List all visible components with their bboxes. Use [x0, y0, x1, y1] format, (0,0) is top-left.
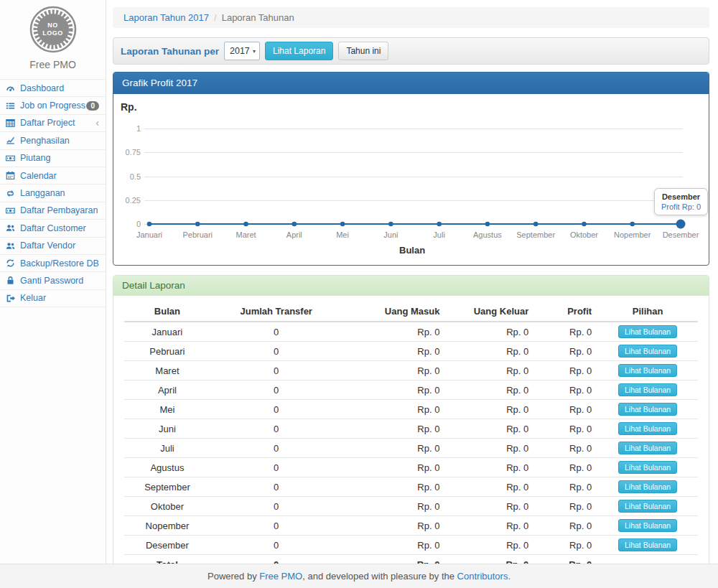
- table-row: April0Rp. 0Rp. 0Rp. 0Lihat Bulanan: [124, 381, 698, 400]
- cell: Rp. 0: [534, 497, 597, 516]
- sidebar-item-label: Langganan: [20, 188, 65, 198]
- sign-out-icon: [6, 294, 17, 303]
- logo-text: NO LOGO: [29, 6, 77, 53]
- view-monthly-button[interactable]: Lihat Bulanan: [618, 519, 677, 532]
- detail-panel-body: BulanJumlah TransferUang MasukUang Kelua…: [113, 296, 709, 583]
- cell: April: [124, 381, 210, 400]
- this-year-button[interactable]: Tahun ini: [338, 42, 388, 60]
- sidebar-item-daftar-pembayaran[interactable]: Daftar Pembayaran: [0, 202, 106, 220]
- sidebar-item-penghasilan[interactable]: Penghasilan: [0, 132, 106, 149]
- breadcrumb-link[interactable]: Laporan Tahun 2017: [123, 12, 209, 23]
- col-header-uang-masuk: Uang Masuk: [342, 302, 446, 322]
- cell: Agustus: [124, 458, 210, 477]
- cell: 0: [210, 419, 342, 439]
- cell: Rp. 0: [534, 400, 597, 419]
- data-point-januari[interactable]: [147, 222, 152, 227]
- data-point-oktober[interactable]: [582, 222, 587, 227]
- cell: 0: [210, 381, 342, 400]
- report-table: BulanJumlah TransferUang MasukUang Kelua…: [124, 302, 698, 573]
- view-monthly-button[interactable]: Lihat Bulanan: [618, 403, 677, 416]
- cell: Rp. 0: [342, 458, 446, 477]
- col-header-uang-keluar: Uang Keluar: [445, 302, 534, 322]
- view-monthly-button[interactable]: Lihat Bulanan: [618, 325, 677, 338]
- sidebar-item-job-on-progress[interactable]: Job on Progress0: [0, 97, 106, 114]
- cell: Rp. 0: [342, 477, 446, 497]
- cell-action: Lihat Bulanan: [597, 458, 698, 477]
- data-point-pebruari[interactable]: [195, 222, 200, 227]
- tooltip-value: Profit Rp: 0: [661, 202, 701, 211]
- view-monthly-button[interactable]: Lihat Bulanan: [618, 345, 677, 358]
- cell: Rp. 0: [342, 361, 446, 381]
- data-point-september[interactable]: [533, 222, 538, 227]
- cell: Juli: [124, 439, 210, 458]
- data-point-desember[interactable]: [676, 220, 686, 229]
- cell: 0: [210, 322, 342, 342]
- chart-line-icon: [6, 136, 17, 145]
- sidebar-item-ganti-password[interactable]: Ganti Password: [0, 272, 106, 289]
- footer-link-freepmo[interactable]: Free PMO: [259, 571, 302, 582]
- view-report-button[interactable]: Lihat Laporan: [265, 42, 333, 60]
- data-point-juli[interactable]: [437, 222, 442, 227]
- table-row: Pebruari0Rp. 0Rp. 0Rp. 0Lihat Bulanan: [124, 342, 698, 361]
- view-monthly-button[interactable]: Lihat Bulanan: [618, 442, 677, 454]
- cell: Maret: [124, 361, 210, 381]
- view-monthly-button[interactable]: Lihat Bulanan: [618, 364, 677, 377]
- data-point-juni[interactable]: [388, 222, 393, 227]
- cell: Rp. 0: [534, 342, 597, 361]
- year-select-value: 2017: [230, 46, 250, 56]
- cell: September: [124, 477, 210, 497]
- cell: Rp. 0: [342, 419, 446, 439]
- chart-tooltip: Desember Profit Rp: 0: [654, 188, 708, 215]
- data-point-maret[interactable]: [243, 222, 248, 227]
- cell: Rp. 0: [445, 381, 534, 400]
- view-monthly-button[interactable]: Lihat Bulanan: [618, 383, 677, 396]
- year-select[interactable]: 2017 ▾: [224, 42, 260, 60]
- table-row: Agustus0Rp. 0Rp. 0Rp. 0Lihat Bulanan: [124, 458, 698, 477]
- table-icon: [6, 118, 17, 128]
- view-monthly-button[interactable]: Lihat Bulanan: [618, 538, 677, 551]
- sidebar-item-daftar-customer[interactable]: Daftar Customer: [0, 220, 106, 237]
- data-point-april[interactable]: [292, 222, 297, 227]
- retweet-icon: [6, 189, 17, 198]
- table-row: Mei0Rp. 0Rp. 0Rp. 0Lihat Bulanan: [124, 400, 698, 419]
- data-point-agustus[interactable]: [485, 222, 490, 227]
- sidebar-item-dashboard[interactable]: Dashboard: [0, 80, 106, 97]
- dashboard-icon: [6, 83, 17, 93]
- sidebar-item-backup-restore-db[interactable]: Backup/Restore DB: [0, 255, 106, 272]
- cell: Rp. 0: [534, 536, 597, 555]
- cell-action: Lihat Bulanan: [597, 322, 698, 342]
- sidebar: NO LOGO Free PMO DashboardJob on Progres…: [0, 0, 106, 564]
- footer-link-contributors[interactable]: Contributors.: [457, 571, 510, 582]
- cell: Rp. 0: [445, 477, 534, 497]
- chevron-down-icon: ▾: [253, 48, 256, 55]
- list-icon: [6, 101, 17, 111]
- data-point-nopember[interactable]: [630, 222, 635, 227]
- cell: Juni: [124, 419, 210, 439]
- cell: Rp. 0: [342, 536, 446, 555]
- profit-chart: Rp. Desember Profit Rp: 0 Bulan 10.750.5…: [113, 94, 709, 265]
- sidebar-item-label: Piutang: [20, 153, 50, 163]
- footer-text-middle: , and developed with pleasure by the: [302, 571, 457, 582]
- sidebar-item-calendar[interactable]: Calendar: [0, 167, 106, 185]
- sidebar-item-label: Ganti Password: [20, 276, 83, 286]
- sidebar-item-langganan[interactable]: Langganan: [0, 185, 106, 202]
- view-monthly-button[interactable]: Lihat Bulanan: [618, 461, 677, 474]
- sidebar-item-piutang[interactable]: Piutang: [0, 150, 106, 167]
- view-monthly-button[interactable]: Lihat Bulanan: [618, 480, 677, 493]
- sidebar-item-label: Daftar Customer: [20, 223, 86, 233]
- sidebar-item-daftar-project[interactable]: Daftar Project‹: [0, 115, 106, 132]
- sidebar-item-label: Daftar Project: [20, 118, 75, 128]
- view-monthly-button[interactable]: Lihat Bulanan: [618, 500, 677, 513]
- cell: Rp. 0: [445, 536, 534, 555]
- cell-action: Lihat Bulanan: [597, 400, 698, 419]
- cell: Rp. 0: [342, 497, 446, 516]
- sidebar-item-keluar[interactable]: Keluar: [0, 290, 106, 307]
- view-monthly-button[interactable]: Lihat Bulanan: [618, 422, 677, 435]
- data-point-mei[interactable]: [340, 222, 345, 227]
- chart-panel-title: Grafik Profit 2017: [113, 73, 709, 94]
- sidebar-item-label: Keluar: [20, 293, 46, 303]
- table-row: Desember0Rp. 0Rp. 0Rp. 0Lihat Bulanan: [124, 536, 698, 555]
- brand-name: Free PMO: [0, 59, 106, 70]
- cell: Rp. 0: [534, 516, 597, 536]
- sidebar-item-daftar-vendor[interactable]: Daftar Vendor: [0, 238, 106, 255]
